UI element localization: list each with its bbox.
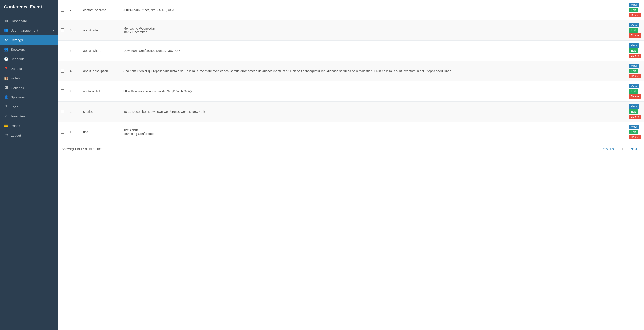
row-value: Monday to Wednesday10-12 December xyxy=(121,20,626,41)
row-id: 2 xyxy=(67,102,80,122)
edit-button[interactable]: Edit xyxy=(629,28,638,33)
delete-button[interactable]: Delete xyxy=(629,135,641,139)
dashboard-icon: ⊞ xyxy=(4,19,8,23)
edit-button[interactable]: Edit xyxy=(629,69,638,73)
view-button[interactable]: View xyxy=(629,3,639,7)
galleries-icon: 🖼 xyxy=(4,86,8,90)
table-container: 7 contact_address A108 Adam Street, NY 5… xyxy=(58,0,644,156)
faqs-icon: ? xyxy=(4,105,8,109)
sidebar-item-sponsors[interactable]: 👤 Sponsors xyxy=(0,92,58,102)
view-button[interactable]: View xyxy=(629,104,639,109)
showing-text: Showing 1 to 16 of 16 entries xyxy=(62,147,102,151)
sidebar-item-settings[interactable]: ⚙ Settings xyxy=(0,35,58,45)
edit-button[interactable]: Edit xyxy=(629,89,638,94)
sidebar-item-hotels[interactable]: 🏨 Hotels xyxy=(0,73,58,83)
row-actions: View Edit Delete xyxy=(626,20,644,41)
sidebar-item-hotels-label: Hotels xyxy=(11,76,20,80)
sidebar-item-faqs[interactable]: ? Faqs xyxy=(0,102,58,111)
sidebar-item-logout[interactable]: ⬚ Logout xyxy=(0,131,58,140)
row-id: 3 xyxy=(67,81,80,102)
sidebar-item-faqs-label: Faqs xyxy=(11,105,18,109)
row-checkbox[interactable] xyxy=(61,130,64,134)
sidebar-item-venues[interactable]: 📍 Venues xyxy=(0,64,58,73)
edit-button[interactable]: Edit xyxy=(629,109,638,114)
sidebar-item-label: Dashboard xyxy=(11,19,27,23)
row-actions: View Edit Delete xyxy=(626,61,644,81)
view-button[interactable]: View xyxy=(629,43,639,48)
edit-button[interactable]: Edit xyxy=(629,48,638,53)
row-key: about_when xyxy=(80,20,121,41)
row-key: subtitle xyxy=(80,102,121,122)
sidebar-item-sponsors-label: Sponsors xyxy=(11,95,25,99)
row-checkbox-cell xyxy=(58,0,67,20)
sidebar-item-settings-label: Settings xyxy=(11,38,23,42)
row-id: 1 xyxy=(67,122,80,142)
edit-button[interactable]: Edit xyxy=(629,8,638,12)
sidebar-item-speakers-label: Speakers xyxy=(11,48,25,51)
row-checkbox[interactable] xyxy=(61,69,64,73)
sidebar-item-user-management-label: User management xyxy=(10,28,38,32)
row-value: Sed nam ut dolor qui repellendus iusto o… xyxy=(121,61,626,81)
row-checkbox-cell xyxy=(58,20,67,41)
row-value: 10-12 December, Downtown Conference Cent… xyxy=(121,102,626,122)
sidebar-item-speakers[interactable]: 👥 Speakers xyxy=(0,45,58,54)
delete-button[interactable]: Delete xyxy=(629,74,641,78)
row-checkbox[interactable] xyxy=(61,8,64,12)
main-content: 7 contact_address A108 Adam Street, NY 5… xyxy=(58,0,644,330)
sidebar-item-amenities[interactable]: ✓ Amenities xyxy=(0,111,58,121)
row-checkbox[interactable] xyxy=(61,110,64,113)
table-row: 6 about_when Monday to Wednesday10-12 De… xyxy=(58,20,644,41)
table-row: 5 about_where Downtown Conference Center… xyxy=(58,41,644,61)
sidebar-item-galleries[interactable]: 🖼 Galleries xyxy=(0,83,58,92)
hotels-icon: 🏨 xyxy=(4,76,8,80)
row-id: 7 xyxy=(67,0,80,20)
sidebar-item-venues-label: Venues xyxy=(11,67,22,71)
sidebar-item-user-management[interactable]: 👥 User management ‹ xyxy=(0,26,58,35)
view-button[interactable]: View xyxy=(629,84,639,88)
view-button[interactable]: View xyxy=(629,125,639,129)
row-id: 6 xyxy=(67,20,80,41)
row-checkbox[interactable] xyxy=(61,28,64,32)
speakers-icon: 👥 xyxy=(4,47,8,52)
sidebar-item-galleries-label: Galleries xyxy=(11,86,24,90)
previous-button[interactable]: Previous xyxy=(598,146,617,152)
page-1-button[interactable]: 1 xyxy=(618,146,626,152)
row-value: Downtown Conference Center, New York xyxy=(121,41,626,61)
view-button[interactable]: View xyxy=(629,64,639,68)
delete-button[interactable]: Delete xyxy=(629,94,641,99)
row-checkbox-cell xyxy=(58,81,67,102)
sidebar-item-dashboard[interactable]: ⊞ Dashboard xyxy=(0,16,58,26)
sponsors-icon: 👤 xyxy=(4,95,8,99)
sidebar-item-prices[interactable]: 💳 Prices xyxy=(0,121,58,131)
row-value: The AnnualMarketing Conference xyxy=(121,122,626,142)
sidebar-item-amenities-label: Amenities xyxy=(11,114,26,118)
next-button[interactable]: Next xyxy=(627,146,640,152)
delete-button[interactable]: Delete xyxy=(629,13,641,17)
row-id: 4 xyxy=(67,61,80,81)
row-checkbox[interactable] xyxy=(61,89,64,93)
row-key: title xyxy=(80,122,121,142)
sidebar-item-schedule[interactable]: 🕐 Schedule xyxy=(0,54,58,64)
delete-button[interactable]: Delete xyxy=(629,115,641,119)
row-actions: View Edit Delete xyxy=(626,81,644,102)
user-management-icon: 👥 xyxy=(4,28,8,32)
venues-icon: 📍 xyxy=(4,67,8,71)
table-row: 3 youtube_link https://www.youtube.com/w… xyxy=(58,81,644,102)
row-value: https://www.youtube.com/watch?v=jDDaplaO… xyxy=(121,81,626,102)
row-key: about_where xyxy=(80,41,121,61)
pagination: Previous 1 Next xyxy=(598,146,640,152)
schedule-icon: 🕐 xyxy=(4,57,8,61)
delete-button[interactable]: Delete xyxy=(629,54,641,58)
chevron-icon: ‹ xyxy=(53,28,54,32)
row-key: about_description xyxy=(80,61,121,81)
edit-button[interactable]: Edit xyxy=(629,130,638,134)
view-button[interactable]: View xyxy=(629,23,639,27)
row-id: 5 xyxy=(67,41,80,61)
row-checkbox[interactable] xyxy=(61,49,64,52)
row-checkbox-cell xyxy=(58,41,67,61)
row-key: youtube_link xyxy=(80,81,121,102)
delete-button[interactable]: Delete xyxy=(629,33,641,38)
table-row: 4 about_description Sed nam ut dolor qui… xyxy=(58,61,644,81)
row-actions: View Edit Delete xyxy=(626,122,644,142)
amenities-icon: ✓ xyxy=(4,114,8,118)
